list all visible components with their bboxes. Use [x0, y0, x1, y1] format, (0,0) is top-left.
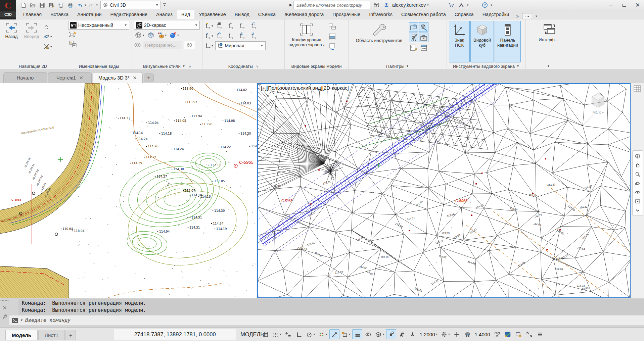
ucs-named-button[interactable]: ≡ — [239, 22, 250, 30]
viewport-controls-label[interactable]: [+][Пользовательский вид][2D-каркас] — [260, 85, 350, 91]
customize-wrench-icon[interactable] — [2, 314, 8, 320]
ribbon-tab-Главная[interactable]: Главная — [19, 10, 46, 19]
autodesk-caret-icon[interactable]: ▾ — [467, 4, 469, 7]
plot-button[interactable] — [66, 1, 75, 9]
panel-caret-icon[interactable]: ▼ — [547, 65, 550, 68]
viewport-left-plan[interactable]: ........................................… — [0, 83, 257, 298]
dynamic-input-toggle[interactable] — [283, 329, 293, 339]
panel-caret-icon[interactable]: ▼ — [182, 65, 185, 68]
close-tab-icon[interactable]: ✕ — [133, 75, 137, 81]
open-from-mobile-button[interactable] — [56, 1, 65, 9]
file-tab-Чертеж1[interactable]: Чертеж1✕ — [48, 72, 92, 83]
view-manager-button[interactable] — [68, 40, 130, 48]
expand-tabs-icon[interactable]: » — [516, 13, 519, 19]
ribbon-tab-Анализ[interactable]: Анализ — [152, 10, 177, 19]
new-drawing-tab-button[interactable]: + — [144, 74, 154, 82]
ucs-object-button[interactable]: ∙ — [227, 32, 239, 40]
annotation-current-toggle[interactable] — [408, 329, 418, 339]
close-tab-icon[interactable]: ✕ — [79, 75, 84, 81]
survey-toggle[interactable] — [409, 33, 418, 42]
file-tab-Начало[interactable]: Начало — [3, 72, 47, 83]
user-menu-caret-icon[interactable]: ▾ — [427, 4, 429, 7]
ucs-world-button[interactable]: 〇 — [250, 22, 262, 30]
object-snap-tracking-toggle[interactable] — [329, 329, 339, 339]
xray-button[interactable]: ▾ — [169, 31, 180, 40]
nav-orbit-button[interactable] — [633, 179, 642, 187]
join-viewports-button[interactable] — [328, 32, 337, 41]
undo-caret-icon[interactable]: ▾ — [85, 4, 86, 7]
coordinates-display[interactable]: 27418.7387, 13892.1781, 0.0000 — [114, 329, 236, 340]
orbit-button[interactable]: ▾ — [42, 32, 53, 41]
selection-cycling-toggle[interactable]: ▾ — [340, 329, 352, 339]
ribbon-tab-Прозрачные[interactable]: Прозрачные — [328, 10, 365, 19]
ucs-dropdown[interactable]: Мировая ▼ — [215, 41, 266, 50]
grid-display-toggle[interactable] — [260, 329, 270, 339]
ribbon-minimize-caret-icon[interactable]: ▾ — [536, 15, 537, 18]
ortho-mode-toggle[interactable] — [294, 329, 304, 339]
back-button[interactable]: Назад — [2, 21, 21, 62]
panel-caret-icon[interactable]: ▼ — [516, 65, 519, 68]
polar-tracking-toggle[interactable]: ▾ — [305, 329, 317, 339]
customization-menu-toggle[interactable] — [535, 329, 545, 339]
search-button[interactable] — [372, 1, 381, 9]
workspace-switching-toggle[interactable]: ▾ — [440, 329, 451, 339]
command-history[interactable]: Команда: Выполняется регенерация модели.… — [18, 299, 644, 315]
ucs-icon-toggle[interactable]: ЗнакПСК — [449, 21, 470, 62]
search-box[interactable] — [293, 1, 370, 9]
ribbon-minimize-button[interactable]: ▭▴ — [522, 13, 532, 19]
graphics-performance-toggle[interactable] — [514, 329, 524, 339]
transparency-display-toggle[interactable] — [363, 329, 373, 339]
ucs-3point-button[interactable]: ↗ — [227, 22, 239, 30]
navigation-bar-toggle[interactable]: Панельнавигации — [495, 21, 521, 62]
viewcube-toggle[interactable]: Видовойкуб — [470, 21, 494, 62]
nav-look-button[interactable] — [633, 188, 642, 196]
lineweight-display-toggle[interactable] — [352, 329, 362, 339]
ribbon-tab-Справка[interactable]: Справка — [450, 10, 478, 19]
new-layout-button[interactable]: + — [65, 330, 76, 340]
tool-palettes-toggle[interactable] — [419, 43, 428, 53]
nav-pan-button[interactable] — [633, 161, 642, 169]
qat-customize-button[interactable] — [161, 1, 168, 9]
viewcube-caret-icon[interactable]: ▾ — [602, 111, 604, 114]
workspace-dropdown[interactable]: Civil 3D ▼ — [100, 1, 161, 9]
color-styles-button[interactable]: ▾ — [156, 31, 168, 40]
named-viewports-button[interactable] — [328, 22, 337, 31]
restore-viewport-button[interactable] — [328, 42, 337, 51]
ribbon-tab-Совместная работа[interactable]: Совместная работа — [397, 10, 450, 19]
restore-button[interactable] — [620, 1, 629, 9]
drawing-status-toggle[interactable] — [503, 329, 513, 339]
sign-in-button[interactable] — [382, 1, 391, 9]
annotation-visibility-toggle[interactable] — [386, 329, 396, 339]
ribbon-tab-Вывод[interactable]: Вывод — [230, 10, 254, 19]
elevation-value-toggle[interactable]: 1.4000 — [473, 329, 492, 339]
file-tab-Модель 3D 3*[interactable]: Модель 3D 3*✕ — [93, 72, 143, 83]
ribbon-tab-InfraWorks[interactable]: InfraWorks — [365, 10, 397, 19]
nav-zoom-button[interactable] — [633, 170, 642, 178]
shaded-box-button[interactable] — [146, 31, 155, 40]
layer-state-toggle[interactable] — [463, 329, 473, 339]
command-input-row[interactable]: ▼ Введите команду — [9, 315, 644, 325]
forward-button[interactable]: Вперед — [22, 21, 41, 62]
isolate-objects-toggle[interactable] — [492, 329, 502, 339]
toolspace-button[interactable]: Область инструментов — [351, 21, 408, 62]
viewport-right-model[interactable]: [+][Пользовательский вид][2D-каркас] МСК… — [257, 83, 631, 298]
visual-style-sphere-button[interactable]: ▾ — [134, 31, 145, 40]
application-menu-button[interactable]: C C3D — [0, 0, 16, 19]
properties-palette-toggle[interactable] — [409, 43, 418, 53]
layout-tab[interactable]: Лист1 — [38, 330, 65, 340]
ribbon-tab-Аннотации[interactable]: Аннотации — [73, 10, 106, 19]
dialog-launcher-icon[interactable]: ⇘ — [256, 64, 259, 68]
pan-button[interactable] — [42, 22, 53, 31]
viewport-configuration-button[interactable]: Конфигурациявидового экрана ▾ — [287, 21, 326, 62]
snap-mode-toggle[interactable]: ▾ — [271, 329, 283, 339]
viewport-grid-button[interactable] — [633, 85, 641, 92]
ribbon-tab-Надстройки[interactable]: Надстройки — [478, 10, 514, 19]
annotation-autoscale-toggle[interactable] — [397, 329, 407, 339]
nav-motion-button[interactable] — [633, 197, 642, 205]
named-view-dropdown[interactable]: Несохраненный ▼ — [68, 21, 129, 30]
ribbon-tab-Съемка[interactable]: Съемка — [254, 10, 280, 19]
ucs-3-button[interactable]: 3 — [250, 32, 262, 40]
zoom-extents-button[interactable]: ▾ — [42, 42, 53, 51]
visual-style-dropdown[interactable]: 2D-каркас ▼ — [134, 21, 200, 30]
nav-wheel-button[interactable] — [633, 152, 642, 160]
